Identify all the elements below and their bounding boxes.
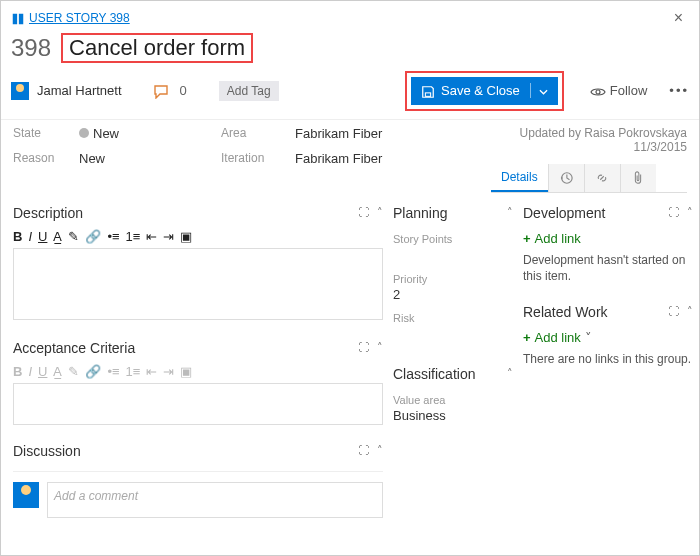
book-icon [11,10,25,26]
italic-icon[interactable]: I [28,229,32,244]
reason-label: Reason [13,151,61,165]
chevron-down-icon: ˅ [585,330,592,345]
expand-icon[interactable]: ⛶ [668,305,679,318]
expand-icon[interactable]: ⛶ [358,444,369,457]
bold-icon[interactable]: B [13,364,22,379]
follow-button[interactable]: Follow [590,83,648,98]
clear-format-icon[interactable]: ✎ [68,364,79,379]
svg-point-3 [596,90,600,94]
tab-links[interactable] [584,164,620,192]
expand-icon[interactable]: ⛶ [668,206,679,219]
chevron-up-icon[interactable]: ˄ [377,444,383,457]
iteration-value[interactable]: Fabrikam Fiber [295,151,382,166]
area-label: Area [221,126,277,140]
indent-icon[interactable]: ⇥ [163,229,174,244]
save-and-close-button[interactable]: Save & Close [411,77,558,105]
chevron-up-icon[interactable]: ˄ [687,206,693,219]
image-icon[interactable]: ▣ [180,229,192,244]
clear-format-icon[interactable]: ✎ [68,229,79,244]
risk-label: Risk [393,312,513,324]
expand-icon[interactable]: ⛶ [358,206,369,219]
save-dropdown-chevron[interactable] [530,83,548,98]
plus-icon: + [523,330,531,345]
link-icon [595,171,609,185]
avatar [13,482,39,508]
chevron-up-icon[interactable]: ˄ [687,305,693,318]
save-icon [421,83,435,99]
work-item-id: 398 [11,34,51,62]
story-points-value[interactable] [393,245,513,267]
tab-details[interactable]: Details [491,164,548,192]
title-input[interactable]: Cancel order form [61,33,253,63]
number-list-icon[interactable]: 1≡ [126,229,141,244]
reason-value[interactable]: New [79,151,105,166]
svg-rect-1 [19,14,23,25]
attachment-icon [632,171,644,185]
description-editor[interactable] [13,248,383,320]
assigned-to[interactable]: Jamal Hartnett [37,83,122,98]
comment-count: 0 [180,83,187,98]
link-tool-icon[interactable]: 🔗 [85,364,101,379]
priority-value[interactable]: 2 [393,287,513,302]
bullet-list-icon[interactable]: •≡ [107,229,119,244]
priority-label: Priority [393,273,513,285]
svg-rect-2 [425,92,430,96]
outdent-icon[interactable]: ⇤ [146,229,157,244]
close-icon[interactable]: × [668,7,689,29]
font-color-icon[interactable]: A̲ [53,229,62,244]
related-header: Related Work [523,304,608,320]
eye-icon [590,83,606,98]
comment-input[interactable]: Add a comment [47,482,383,518]
image-icon[interactable]: ▣ [180,364,192,379]
updated-by: Updated by Raisa Pokrovskaya 11/3/2015 [469,126,687,154]
underline-icon[interactable]: U [38,229,47,244]
state-label: State [13,126,61,140]
save-label: Save & Close [441,83,520,98]
description-header: Description [13,205,83,221]
state-value[interactable]: New [79,126,119,141]
classification-header: Classification [393,366,475,382]
development-add-link[interactable]: + Add link [523,231,581,246]
indent-icon[interactable]: ⇥ [163,364,174,379]
add-tag-button[interactable]: Add Tag [219,81,279,101]
more-actions-button[interactable]: ••• [669,83,689,98]
underline-icon[interactable]: U [38,364,47,379]
area-value[interactable]: Fabrikam Fiber [295,126,382,141]
related-add-link[interactable]: + Add link ˅ [523,330,592,345]
bold-icon[interactable]: B [13,229,22,244]
story-points-label: Story Points [393,233,513,245]
chevron-up-icon[interactable]: ˄ [507,367,513,380]
italic-icon[interactable]: I [28,364,32,379]
chevron-up-icon[interactable]: ˄ [507,206,513,219]
state-dot-icon [79,128,89,138]
tab-attachments[interactable] [620,164,656,192]
chevron-up-icon[interactable]: ˄ [377,341,383,354]
planning-header: Planning [393,205,448,221]
outdent-icon[interactable]: ⇤ [146,364,157,379]
follow-label: Follow [610,83,648,98]
acceptance-toolbar: B I U A̲ ✎ 🔗 •≡ 1≡ ⇤ ⇥ ▣ [13,362,383,383]
acceptance-header: Acceptance Criteria [13,340,135,356]
breadcrumb-link[interactable]: USER STORY 398 [29,11,130,25]
risk-value[interactable] [393,324,513,342]
expand-icon[interactable]: ⛶ [358,341,369,354]
number-list-icon[interactable]: 1≡ [126,364,141,379]
value-area-label: Value area [393,394,513,406]
svg-rect-0 [13,14,17,25]
iteration-label: Iteration [221,151,277,165]
chevron-up-icon[interactable]: ˄ [377,206,383,219]
bullet-list-icon[interactable]: •≡ [107,364,119,379]
avatar[interactable] [11,82,29,100]
comments-icon[interactable] [154,83,170,99]
tab-history[interactable] [548,164,584,192]
font-color-icon[interactable]: A̲ [53,364,62,379]
related-empty-text: There are no links in this group. [523,351,693,367]
discussion-header: Discussion [13,443,81,459]
development-header: Development [523,205,606,221]
acceptance-editor[interactable] [13,383,383,425]
value-area-value[interactable]: Business [393,408,513,423]
plus-icon: + [523,231,531,246]
history-icon [559,171,573,185]
description-toolbar: B I U A̲ ✎ 🔗 •≡ 1≡ ⇤ ⇥ ▣ [13,227,383,248]
link-tool-icon[interactable]: 🔗 [85,229,101,244]
